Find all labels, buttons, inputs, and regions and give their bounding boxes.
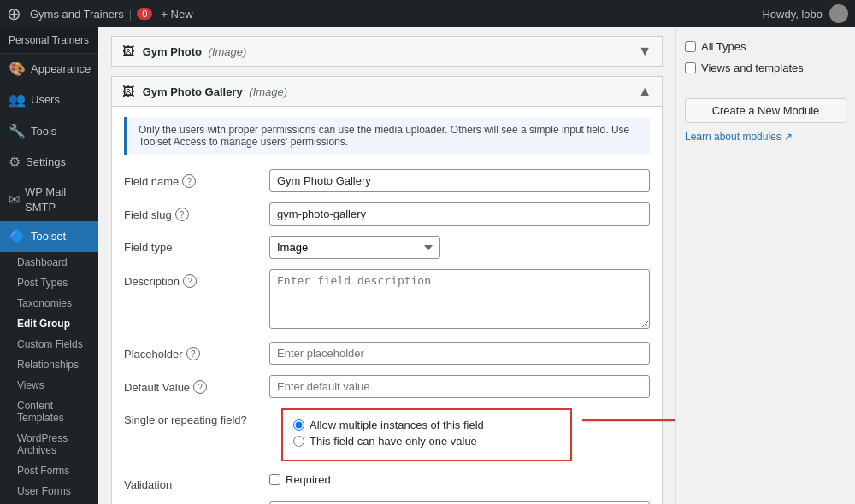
gym-photo-gallery-section: 🖼 Gym Photo Gallery (Image) ▲ Only the u… xyxy=(111,76,663,504)
allow-multiple-label[interactable]: Allow multiple instances of this field xyxy=(310,419,484,431)
learn-modules-link[interactable]: Learn about modules ↗ xyxy=(685,131,793,143)
field-slug-input[interactable] xyxy=(269,202,650,226)
single-repeating-row: Single or repeating field? Allow multipl… xyxy=(112,404,662,467)
views-templates-item[interactable]: Views and templates xyxy=(685,57,846,79)
wp-logo-icon: ⊕ xyxy=(7,3,21,24)
description-textarea[interactable] xyxy=(269,269,650,329)
annotation-arrow xyxy=(574,412,675,446)
sidebar-sub-content-templates[interactable]: Content Templates xyxy=(0,396,98,428)
types-section: All Types Views and templates xyxy=(685,36,846,79)
sidebar: Personal Trainers 🎨 Appearance 👥 Users 🔧… xyxy=(0,27,98,504)
sidebar-sub-user-forms[interactable]: User Forms xyxy=(0,481,98,501)
sidebar-item-label: Appearance xyxy=(31,62,91,77)
settings-icon: ⚙ xyxy=(9,153,21,172)
sidebar-sub-post-forms[interactable]: Post Forms xyxy=(0,460,98,481)
sidebar-item-wp-mail[interactable]: ✉ WP Mail SMTP xyxy=(0,179,98,221)
sidebar-sub-views[interactable]: Views xyxy=(0,375,98,396)
field-name-control xyxy=(269,169,650,192)
all-types-item[interactable]: All Types xyxy=(685,36,846,57)
avatar xyxy=(829,4,848,23)
gym-photo-gallery-header: 🖼 Gym Photo Gallery (Image) ▲ xyxy=(112,77,662,107)
gym-photo-title: 🖼 Gym Photo (Image) xyxy=(122,44,246,58)
gallery-title-text: Gym Photo Gallery xyxy=(143,85,243,98)
default-value-row: Default Value ? xyxy=(112,371,662,402)
placeholder-input[interactable] xyxy=(269,342,650,365)
required-checkbox-label[interactable]: Required xyxy=(269,473,650,486)
comment-count[interactable]: 0 xyxy=(137,8,152,20)
sidebar-sub-custom-fields[interactable]: Custom Fields xyxy=(0,334,98,355)
field-slug-row: Field slug ? xyxy=(112,198,662,230)
right-sidebar: All Types Views and templates Create a N… xyxy=(675,27,855,504)
field-type-select[interactable]: Image Text Number Date URL File xyxy=(269,236,440,259)
description-help[interactable]: ? xyxy=(183,274,197,288)
default-value-label: Default Value ? xyxy=(124,375,269,394)
all-types-checkbox[interactable] xyxy=(685,41,696,52)
validation-row: Validation Required xyxy=(112,469,662,495)
single-only-label[interactable]: This field can have only one value xyxy=(310,435,477,448)
sidebar-item-tools[interactable]: 🔧 Tools xyxy=(0,116,98,147)
description-row: Description ? xyxy=(112,265,662,336)
sidebar-item-settings[interactable]: ⚙ Settings xyxy=(0,147,98,178)
placeholder-help[interactable]: ? xyxy=(186,347,200,360)
howdy-text: Howdy, lobo xyxy=(762,8,823,21)
validation-error-row: Validation error message xyxy=(112,497,662,504)
gym-photo-title-text: Gym Photo xyxy=(143,45,202,58)
required-checkbox[interactable] xyxy=(269,474,280,485)
create-module-button[interactable]: Create a New Module xyxy=(685,98,846,123)
main-layout: Personal Trainers 🎨 Appearance 👥 Users 🔧… xyxy=(0,27,855,504)
site-name[interactable]: Gyms and Trainers xyxy=(30,8,124,21)
gallery-type-text: (Image) xyxy=(249,85,287,98)
new-link[interactable]: + New xyxy=(161,8,192,21)
gym-photo-type: (Image) xyxy=(209,45,247,58)
validation-label: Validation xyxy=(124,473,269,491)
field-slug-help[interactable]: ? xyxy=(175,208,189,221)
sidebar-sub-relationships[interactable]: Relationships xyxy=(0,355,98,375)
validation-control: Required xyxy=(269,473,650,486)
default-value-input[interactable] xyxy=(269,375,650,398)
gallery-icon: 🖼 xyxy=(122,85,134,98)
users-icon: 👥 xyxy=(9,91,26,109)
gym-photo-toggle[interactable]: ▼ xyxy=(638,44,652,59)
views-templates-checkbox[interactable] xyxy=(685,62,696,73)
admin-bar: ⊕ Gyms and Trainers | 0 + New Howdy, lob… xyxy=(0,0,855,27)
site-title[interactable]: Personal Trainers xyxy=(0,27,98,54)
field-type-label: Field type xyxy=(124,236,269,254)
sidebar-item-label: Toolset xyxy=(31,229,66,244)
sidebar-item-users[interactable]: 👥 Users xyxy=(0,85,98,115)
field-type-row: Field type Image Text Number Date URL Fi… xyxy=(112,231,662,263)
toolset-icon: 🔷 xyxy=(9,227,26,246)
field-name-help[interactable]: ? xyxy=(182,174,196,188)
field-name-input[interactable] xyxy=(269,169,650,192)
sidebar-sub-post-types[interactable]: Post Types xyxy=(0,273,98,293)
content-area: 🖼 Gym Photo (Image) ▼ 🖼 Gym Photo Galler… xyxy=(98,27,855,504)
single-only-radio[interactable] xyxy=(293,436,304,447)
tools-icon: 🔧 xyxy=(9,122,26,141)
placeholder-control xyxy=(269,342,650,365)
field-slug-label: Field slug ? xyxy=(124,202,269,221)
default-value-help[interactable]: ? xyxy=(193,380,207,394)
allow-multiple-radio[interactable] xyxy=(293,419,304,431)
sidebar-item-appearance[interactable]: 🎨 Appearance xyxy=(0,54,98,85)
gallery-toggle[interactable]: ▲ xyxy=(638,84,652,99)
mail-icon: ✉ xyxy=(9,190,20,209)
sidebar-sub-dashboard[interactable]: Dashboard xyxy=(0,252,98,273)
gallery-body: Only the users with proper permissions c… xyxy=(112,107,662,504)
default-value-control xyxy=(269,375,650,398)
sidebar-item-toolset[interactable]: 🔷 Toolset xyxy=(0,221,98,252)
image-field-icon: 🖼 xyxy=(122,44,134,58)
sidebar-sub-edit-group[interactable]: Edit Group xyxy=(0,314,98,334)
sidebar-item-label: WP Mail SMTP xyxy=(25,185,90,215)
placeholder-label: Placeholder ? xyxy=(124,342,269,360)
permission-notice: Only the users with proper permissions c… xyxy=(124,117,650,155)
field-name-row: Field name ? xyxy=(112,165,662,196)
external-link-icon: ↗ xyxy=(784,131,793,143)
views-templates-label: Views and templates xyxy=(701,62,804,74)
sidebar-sub-taxonomies[interactable]: Taxonomies xyxy=(0,293,98,314)
placeholder-row: Placeholder ? xyxy=(112,337,662,369)
radio-single-only: This field can have only one value xyxy=(293,435,560,448)
sidebar-sub-wordpress-archives[interactable]: WordPress Archives xyxy=(0,428,98,460)
all-types-label: All Types xyxy=(701,40,746,53)
description-label: Description ? xyxy=(124,269,269,288)
field-name-label: Field name ? xyxy=(124,169,269,188)
single-repeating-label: Single or repeating field? xyxy=(124,408,269,426)
